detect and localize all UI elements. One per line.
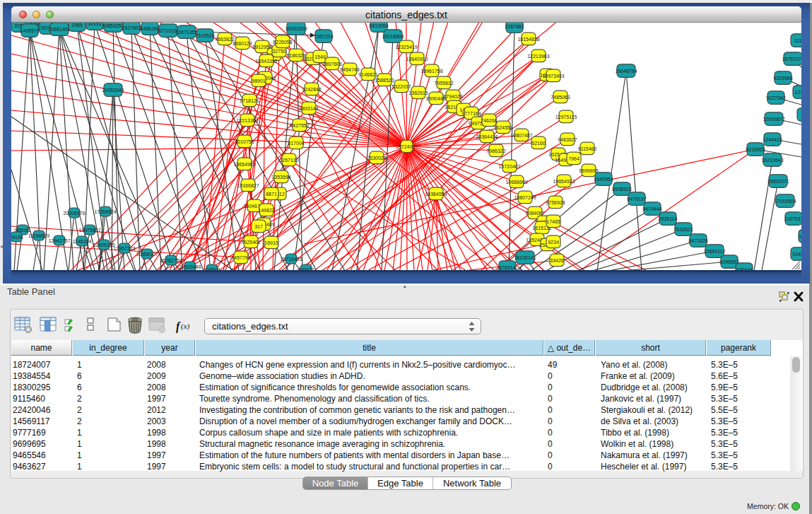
svg-text:10654112: 10654112 [704, 249, 726, 254]
svg-text:19166827: 19166827 [237, 183, 259, 188]
svg-text:10973493: 10973493 [542, 74, 564, 78]
svg-text:20364436: 20364436 [476, 134, 498, 139]
svg-text:1985: 1985 [71, 23, 83, 28]
svg-text:8215955: 8215955 [746, 147, 765, 152]
svg-text:924504: 924504 [204, 267, 220, 271]
svg-text:13975857: 13975857 [78, 228, 100, 233]
svg-text:10958107: 10958107 [136, 252, 158, 257]
svg-text:2935114: 2935114 [659, 216, 678, 221]
svg-text:1405571: 1405571 [20, 28, 39, 33]
svg-text:817004: 817004 [288, 141, 304, 146]
svg-text:12213963: 12213963 [527, 54, 549, 59]
svg-text:16648784: 16648784 [615, 69, 637, 74]
svg-text:7632621: 7632621 [673, 227, 693, 232]
svg-text:8660124: 8660124 [233, 41, 252, 46]
svg-text:9227342: 9227342 [766, 95, 785, 100]
svg-text:12774: 12774 [794, 90, 801, 95]
svg-text:8471626: 8471626 [688, 238, 707, 243]
svg-text:15692971: 15692971 [767, 179, 789, 184]
svg-text:9474444: 9474444 [642, 206, 661, 211]
svg-text:8813054: 8813054 [369, 23, 388, 28]
svg-text:12325419: 12325419 [395, 45, 417, 49]
svg-text:5322037: 5322037 [392, 84, 411, 89]
svg-text:9234: 9234 [548, 240, 559, 245]
svg-text:19384554: 19384554 [425, 192, 447, 197]
svg-text:1167533: 1167533 [784, 216, 801, 221]
svg-text:30151: 30151 [88, 23, 102, 26]
svg-text:92450: 92450 [792, 252, 801, 257]
svg-text:19654985: 19654985 [233, 162, 255, 167]
svg-text:7485063: 7485063 [551, 95, 570, 100]
svg-text:9084067: 9084067 [525, 211, 544, 216]
svg-text:9756928: 9756928 [546, 200, 565, 205]
svg-text:15751074: 15751074 [782, 57, 801, 62]
svg-text:18724007: 18724007 [396, 144, 418, 149]
svg-text:17016504: 17016504 [774, 199, 796, 204]
svg-text:13640910: 13640910 [406, 57, 428, 62]
svg-text:2087682: 2087682 [505, 24, 524, 29]
svg-text:7663822: 7663822 [215, 37, 234, 42]
svg-text:7357224: 7357224 [314, 34, 333, 39]
svg-text:16915: 16915 [264, 240, 278, 245]
svg-text:9115460: 9115460 [578, 146, 597, 151]
svg-text:6479197: 6479197 [627, 197, 646, 201]
svg-text:746266: 746266 [481, 118, 497, 123]
svg-text:1145194: 1145194 [73, 239, 92, 244]
svg-text:15716485: 15716485 [280, 257, 302, 262]
svg-text:1112: 1112 [794, 38, 801, 43]
svg-text:1353594: 1353594 [271, 175, 290, 180]
svg-text:12923446: 12923446 [179, 264, 201, 269]
svg-text:19654923: 19654923 [553, 179, 575, 184]
svg-text:18807249: 18807249 [514, 195, 536, 200]
svg-text:16154838: 16154838 [517, 37, 539, 42]
svg-text:39154: 39154 [11, 235, 23, 240]
svg-text:9242848: 9242848 [302, 87, 321, 92]
svg-text:1546: 1546 [314, 54, 326, 59]
svg-text:19218506: 19218506 [382, 34, 404, 39]
svg-text:8938923: 8938923 [612, 187, 631, 192]
svg-text:20206576: 20206576 [63, 211, 85, 216]
svg-text:7515526: 7515526 [195, 33, 214, 38]
svg-text:2867608: 2867608 [322, 62, 341, 66]
svg-text:f: f [176, 320, 181, 333]
svg-text:10807487: 10807487 [510, 133, 532, 138]
svg-text:33426: 33426 [550, 258, 564, 263]
svg-text:1527602: 1527602 [122, 25, 141, 30]
svg-text:2803144: 2803144 [299, 106, 318, 111]
svg-text:9457791: 9457791 [231, 255, 250, 260]
svg-text:1588520: 1588520 [375, 78, 394, 83]
svg-text:9245652: 9245652 [719, 259, 739, 264]
svg-text:12942757: 12942757 [48, 238, 70, 243]
svg-text:317: 317 [254, 224, 263, 229]
svg-text:12975115: 12975115 [555, 115, 577, 119]
svg-text:16053309: 16053309 [285, 26, 307, 31]
svg-text:20691406: 20691406 [48, 27, 70, 32]
svg-text:106444: 106444 [736, 267, 752, 271]
svg-text:10688609: 10688609 [505, 180, 527, 185]
svg-text:6794028: 6794028 [443, 94, 462, 99]
svg-text:62160: 62160 [531, 141, 546, 146]
svg-text:17957223: 17957223 [113, 246, 135, 251]
svg-text:20053346: 20053346 [102, 88, 124, 93]
svg-text:9463627: 9463627 [558, 137, 577, 142]
svg-text:2530029: 2530029 [367, 156, 386, 160]
svg-text:98901: 98901 [252, 78, 266, 83]
svg-text:8454749: 8454749 [340, 67, 359, 72]
svg-text:1244415: 1244415 [763, 137, 782, 142]
svg-text:3624554: 3624554 [493, 125, 512, 130]
svg-text:(x): (x) [181, 322, 190, 331]
svg-text:15720407: 15720407 [498, 164, 520, 169]
svg-text:10853257: 10853257 [102, 23, 124, 28]
svg-text:7625402: 7625402 [241, 240, 260, 245]
svg-text:8427552: 8427552 [290, 123, 309, 128]
svg-text:17465: 17465 [546, 219, 560, 224]
svg-text:17359924: 17359924 [94, 209, 116, 214]
svg-text:3267130: 3267130 [279, 158, 298, 163]
svg-text:1640954: 1640954 [594, 177, 613, 182]
svg-text:12213363: 12213363 [236, 118, 258, 123]
svg-text:8871: 8871 [266, 192, 277, 197]
svg-text:9699695: 9699695 [579, 168, 598, 173]
svg-text:7986322: 7986322 [486, 148, 505, 153]
svg-text:140922: 140922 [298, 267, 314, 271]
svg-text:8226058: 8226058 [273, 40, 292, 45]
